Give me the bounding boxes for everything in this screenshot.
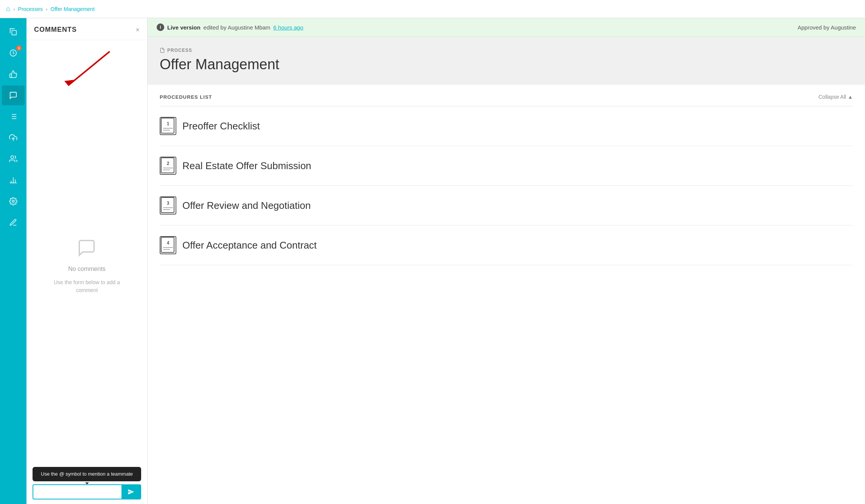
main-layout: 1 bbox=[0, 18, 865, 504]
no-comments-label: No comments bbox=[68, 266, 106, 272]
comments-close-button[interactable]: × bbox=[135, 26, 140, 33]
sidebar-icon-team[interactable] bbox=[2, 149, 25, 169]
info-icon: i bbox=[157, 23, 164, 31]
procedure-num-icon-1: 1 bbox=[160, 117, 176, 135]
sidebar-icon-upload[interactable] bbox=[2, 128, 25, 148]
procedures-list-header: PROCEDURES LIST Collapse All ▲ bbox=[160, 85, 853, 106]
procedure-item[interactable]: 2 Real Estate Offer Submission bbox=[160, 146, 853, 186]
main-content: i Live version edited by Augustine Mbam … bbox=[148, 18, 865, 504]
svg-text:4: 4 bbox=[167, 240, 170, 246]
procedure-num-icon-3: 3 bbox=[160, 196, 176, 215]
comments-panel: COMMENTS × No comments Use the form be bbox=[26, 18, 148, 504]
breadcrumb-separator: › bbox=[13, 6, 15, 12]
procedure-item[interactable]: 3 Offer Review and Negotiation bbox=[160, 186, 853, 226]
process-label: PROCESS bbox=[160, 47, 853, 53]
edited-by-text: edited by Augustine Mbam bbox=[204, 24, 271, 31]
procedure-name-4: Offer Acceptance and Contract bbox=[182, 240, 317, 251]
procedure-item[interactable]: 4 Offer Acceptance and Contract bbox=[160, 226, 853, 265]
breadcrumb-offer-management[interactable]: Offer Management bbox=[51, 6, 95, 12]
live-version-bar: i Live version edited by Augustine Mbam … bbox=[148, 18, 865, 37]
sidebar-icon-history[interactable]: 1 bbox=[2, 43, 25, 63]
comment-input-row bbox=[33, 484, 141, 499]
add-comment-hint: Use the form below to add acomment bbox=[54, 278, 120, 294]
comment-input[interactable] bbox=[33, 485, 121, 499]
procedures-list-title: PROCEDURES LIST bbox=[160, 94, 212, 100]
breadcrumb-processes[interactable]: Processes bbox=[18, 6, 43, 12]
approved-text: Approved by Augustine bbox=[798, 24, 856, 31]
svg-line-15 bbox=[68, 51, 110, 86]
home-icon[interactable]: ⌂ bbox=[6, 5, 10, 13]
sidebar-icon-list[interactable] bbox=[2, 107, 25, 126]
sidebar-icon-chart[interactable] bbox=[2, 170, 25, 190]
procedure-item[interactable]: 1 Preoffer Checklist bbox=[160, 106, 853, 146]
comments-panel-header: COMMENTS × bbox=[26, 18, 147, 40]
comment-send-button[interactable] bbox=[121, 485, 140, 499]
breadcrumb-separator-2: › bbox=[46, 6, 48, 12]
svg-text:3: 3 bbox=[167, 201, 170, 206]
svg-point-14 bbox=[12, 200, 14, 202]
svg-text:2: 2 bbox=[167, 161, 170, 166]
procedures-section: PROCEDURES LIST Collapse All ▲ 1 Preoffe… bbox=[148, 85, 865, 504]
svg-rect-0 bbox=[12, 30, 16, 35]
live-version-label: Live version bbox=[167, 24, 201, 31]
arrow-annotation bbox=[38, 48, 121, 101]
comments-footer: Use the @ symbol to mention a teammate bbox=[26, 462, 147, 504]
sidebar-icon-copy[interactable] bbox=[2, 22, 25, 42]
collapse-all-button[interactable]: Collapse All ▲ bbox=[818, 94, 853, 100]
history-badge: 1 bbox=[16, 45, 22, 51]
no-comments-icon bbox=[77, 238, 96, 262]
mention-tooltip: Use the @ symbol to mention a teammate bbox=[33, 467, 141, 481]
sidebar-icon-settings[interactable] bbox=[2, 191, 25, 211]
collapse-icon: ▲ bbox=[848, 94, 853, 100]
sidebar-icon-comments[interactable] bbox=[2, 86, 25, 105]
svg-point-9 bbox=[11, 156, 14, 159]
procedure-num-icon-2: 2 bbox=[160, 157, 176, 175]
comments-body: No comments Use the form below to add ac… bbox=[26, 40, 147, 462]
comments-title: COMMENTS bbox=[34, 26, 77, 34]
sidebar-icon-like[interactable] bbox=[2, 64, 25, 84]
icon-sidebar: 1 bbox=[0, 18, 26, 504]
svg-marker-16 bbox=[64, 80, 74, 86]
svg-text:1: 1 bbox=[167, 121, 170, 126]
top-nav: ⌂ › Processes › Offer Management bbox=[0, 0, 865, 18]
procedure-name-1: Preoffer Checklist bbox=[182, 120, 260, 132]
sidebar-icon-signature[interactable] bbox=[2, 213, 25, 232]
time-ago-link[interactable]: 6 hours ago bbox=[273, 24, 303, 31]
process-title: Offer Management bbox=[160, 56, 853, 73]
procedure-name-3: Offer Review and Negotiation bbox=[182, 200, 311, 212]
procedure-num-icon-4: 4 bbox=[160, 236, 176, 254]
process-header: PROCESS Offer Management bbox=[148, 37, 865, 85]
procedure-name-2: Real Estate Offer Submission bbox=[182, 160, 311, 172]
